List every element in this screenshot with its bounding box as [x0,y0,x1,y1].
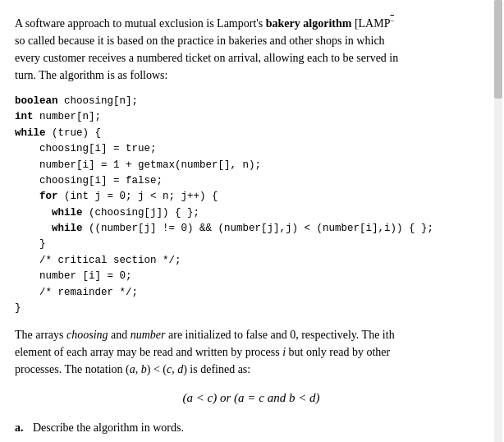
italic-c: c [167,363,172,375]
keyword-for: for [39,191,58,202]
italic-d: d [177,363,183,375]
italic-a: a [130,363,135,375]
scrollbar-thumb[interactable] [494,0,502,99]
keyword-while-3: while [52,223,83,234]
keyword-boolean: boolean [15,95,58,107]
italic-choosing: choosing [66,329,108,341]
description-paragraph: The arrays choosing and number are initi… [15,326,488,378]
questions-section: a. Describe the algorithm in words. b. S… [15,419,488,442]
code-block: boolean choosing[n]; int number[n]; whil… [15,94,488,316]
italic-i: i [282,346,286,358]
question-a-text: Describe the algorithm in words. [33,419,184,437]
question-b: b. Show that this algorithm avoids deadl… [15,439,488,442]
intro-text-1: A software approach to mutual exclusion … [15,17,266,30]
scrollbar[interactable] [494,0,502,442]
question-a-label: a. [15,419,28,437]
intro-bold: bakery algorithm [266,17,352,30]
italic-b: b [141,363,147,375]
math-formula: (a < c) or (a = c and b < d) [15,389,488,407]
keyword-while-2: while [52,207,83,219]
question-a: a. Describe the algorithm in words. [15,419,488,437]
keyword-int: int [15,111,34,122]
question-b-text: Show that this algorithm avoids deadlock… [33,439,227,442]
question-b-label: b. [15,439,28,442]
keyword-while-1: while [15,127,46,139]
italic-number: number [131,329,166,341]
intro-paragraph: A software approach to mutual exclusion … [15,15,488,84]
